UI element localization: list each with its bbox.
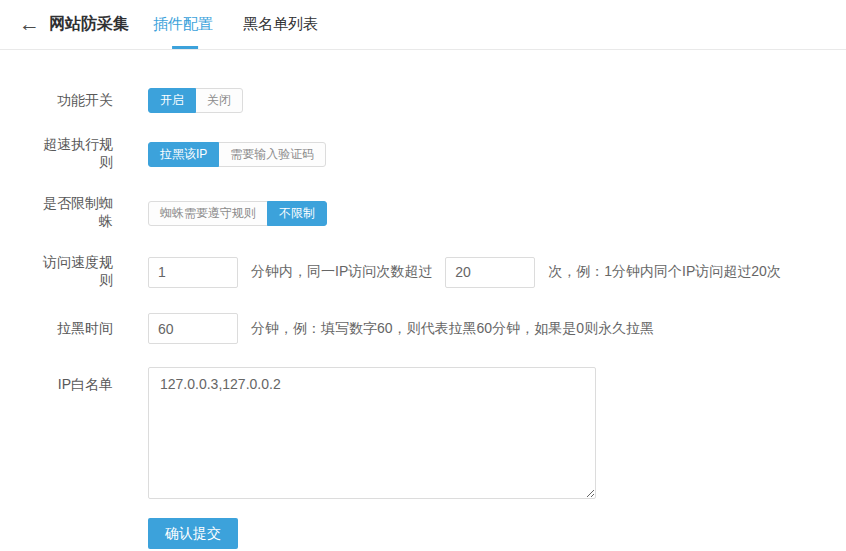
field-label-function-switch: 功能开关 [30, 92, 113, 110]
field-label-ip-whitelist: IP白名单 [30, 367, 113, 394]
form-row-function-switch: 功能开关 开启 关闭 [30, 88, 846, 113]
form-row-overspeed-rule: 超速执行规则 拉黑该IP 需要输入验证码 [30, 136, 846, 172]
spider-limit-group: 蜘蛛需要遵守规则 不限制 [148, 201, 327, 226]
option-blacklist-ip-button[interactable]: 拉黑该IP [148, 142, 219, 167]
form-row-spider-limit: 是否限制蜘蛛 蜘蛛需要遵守规则 不限制 [30, 195, 846, 231]
option-enable-button[interactable]: 开启 [148, 88, 196, 113]
field-label-speed-rule: 访问速度规则 [30, 254, 113, 290]
option-disable-button[interactable]: 关闭 [195, 88, 243, 113]
active-tab-indicator [172, 46, 198, 49]
blacklist-duration-controls: 分钟，例：填写数字60，则代表拉黑60分钟，如果是0则永久拉黑 [148, 313, 654, 344]
ip-whitelist-textarea[interactable]: 127.0.0.3,127.0.0.2 [148, 367, 596, 499]
field-label-overspeed-rule: 超速执行规则 [30, 136, 113, 172]
field-label-blacklist-duration: 拉黑时间 [30, 320, 113, 338]
confirm-submit-button[interactable]: 确认提交 [148, 518, 238, 549]
tab-plugin-config[interactable]: 插件配置 [153, 0, 213, 49]
visit-count-input[interactable] [445, 257, 535, 288]
minutes-window-input[interactable] [148, 257, 238, 288]
function-switch-group: 开启 关闭 [148, 88, 243, 113]
anti-scrape-settings-page: ← 网站防采集 插件配置 黑名单列表 功能开关 开启 关闭 超速执行规则 拉黑该… [0, 0, 846, 549]
tab-label: 插件配置 [153, 15, 213, 34]
option-captcha-button[interactable]: 需要输入验证码 [218, 142, 326, 167]
header: ← 网站防采集 插件配置 黑名单列表 [0, 0, 846, 50]
tab-bar: 插件配置 黑名单列表 [153, 0, 348, 49]
overspeed-rule-group: 拉黑该IP 需要输入验证码 [148, 142, 326, 167]
option-spider-obey-rules-button[interactable]: 蜘蛛需要遵守规则 [148, 201, 268, 226]
form-row-ip-whitelist: IP白名单 127.0.0.3,127.0.0.2 [30, 367, 846, 497]
speed-rule-text-1: 分钟内，同一IP访问次数超过 [251, 263, 432, 281]
back-icon[interactable]: ← [19, 13, 40, 36]
submit-row: 确认提交 [148, 518, 846, 549]
form-row-blacklist-duration: 拉黑时间 分钟，例：填写数字60，则代表拉黑60分钟，如果是0则永久拉黑 [30, 313, 846, 344]
form-row-speed-rule: 访问速度规则 分钟内，同一IP访问次数超过 次，例：1分钟内同个IP访问超过20… [30, 254, 846, 290]
speed-rule-example-text: 次，例：1分钟内同个IP访问超过20次 [548, 263, 781, 281]
tab-label: 黑名单列表 [243, 15, 318, 34]
blacklist-minutes-input[interactable] [148, 313, 238, 344]
settings-form: 功能开关 开启 关闭 超速执行规则 拉黑该IP 需要输入验证码 是否限制蜘蛛 蜘… [0, 50, 846, 549]
tab-blacklist[interactable]: 黑名单列表 [243, 0, 318, 49]
page-title: 网站防采集 [49, 14, 129, 35]
option-no-limit-button[interactable]: 不限制 [267, 201, 327, 226]
blacklist-duration-example-text: 分钟，例：填写数字60，则代表拉黑60分钟，如果是0则永久拉黑 [251, 320, 654, 338]
field-label-spider-limit: 是否限制蜘蛛 [30, 195, 113, 231]
speed-rule-controls: 分钟内，同一IP访问次数超过 次，例：1分钟内同个IP访问超过20次 [148, 257, 781, 288]
